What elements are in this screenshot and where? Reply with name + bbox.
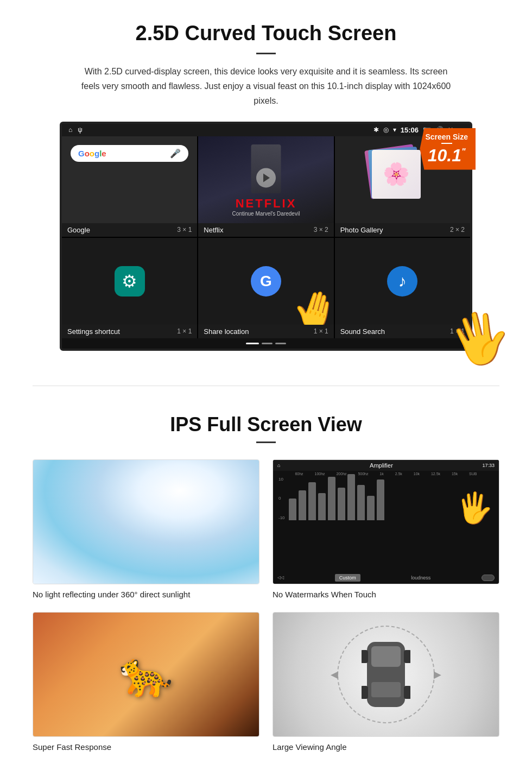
eq-bar[interactable]	[318, 493, 326, 520]
eq-bar[interactable]	[308, 482, 316, 520]
device-frame: ⌂ ψ ✱ ◎ ▾ 15:06 📷 🔊 ✕ ▭	[60, 122, 472, 351]
app-cell-google[interactable]: Google 🎤 Google 3 × 1	[62, 136, 197, 237]
amp-loudness-label: loudness	[411, 575, 430, 581]
amplifier-image: ⌂ Amplifier 17:33 60hz100hz200hz500hz1k2…	[273, 459, 499, 584]
netflix-cell-name: Netflix	[204, 226, 223, 234]
section-curved-touch-screen: 2.5D Curved Touch Screen With 2.5D curve…	[0, 0, 532, 369]
home-icon[interactable]: ⌂	[68, 126, 72, 134]
svg-rect-6	[404, 686, 410, 699]
car-image: ◀ ▶	[273, 612, 499, 737]
car-top-view	[362, 636, 410, 712]
app-grid: Google 🎤 Google 3 × 1	[62, 136, 470, 338]
status-bar: ⌂ ψ ✱ ◎ ▾ 15:06 📷 🔊 ✕ ▭	[62, 124, 470, 136]
sound-search-cell-name: Sound Search	[340, 327, 385, 336]
pagination-dot-1[interactable]	[246, 343, 259, 344]
svg-rect-3	[362, 650, 368, 663]
settings-cell-size: 1 × 1	[177, 327, 192, 335]
hand-pointer-icon: 🤚	[287, 283, 334, 325]
sunlight-label: No light reflecting under 360° direct su…	[33, 590, 259, 599]
eq-bar[interactable]	[289, 499, 296, 520]
amp-prev[interactable]: ◁◁	[277, 575, 284, 580]
status-left: ⌂ ψ	[68, 126, 83, 134]
pagination-dot-2[interactable]	[262, 343, 273, 344]
share-location-cell-size: 1 × 1	[314, 327, 328, 335]
sound-search-cell-size: 1 × 1	[450, 327, 465, 335]
location-icon: ◎	[383, 126, 389, 134]
feature-sunlight: No light reflecting under 360° direct su…	[33, 459, 259, 599]
app-cell-share-location[interactable]: G 🤚 Share location 1 × 1	[198, 238, 333, 338]
sunlight-image	[33, 459, 259, 584]
amp-home-icon: ⌂	[277, 463, 280, 468]
cheetah-icon: 🐆	[119, 649, 173, 700]
screen-size-badge: Screen Size 10.1"	[420, 128, 476, 170]
svg-rect-4	[362, 686, 368, 699]
right-arrow-icon: ▶	[434, 668, 441, 680]
amp-custom-btn[interactable]: Custom	[335, 574, 360, 582]
eq-bar[interactable]	[338, 488, 345, 520]
gear-icon: ⚙	[122, 271, 137, 292]
left-arrow-icon: ◀	[331, 668, 338, 680]
cheetah-image: 🐆	[33, 612, 259, 737]
badge-title: Screen Size	[425, 133, 468, 141]
svg-rect-5	[404, 650, 410, 663]
wifi-icon: ▾	[393, 126, 396, 134]
eq-bar[interactable]	[377, 480, 384, 520]
cheetah-label: Super Fast Response	[33, 742, 259, 752]
app-cell-sound-search[interactable]: ♪ Sound Search 1 × 1	[335, 238, 470, 338]
amp-title: Amplifier	[370, 462, 393, 469]
google-cell-size: 3 × 1	[177, 226, 192, 234]
google-maps-icon: G	[260, 273, 272, 290]
sound-search-icon: ♪	[387, 266, 417, 297]
section1-title: 2.5D Curved Touch Screen	[33, 22, 499, 45]
badge-size: 10.1"	[425, 146, 468, 166]
section2-underline	[256, 441, 276, 443]
google-cell-name: Google	[67, 226, 90, 234]
music-note-icon: ♪	[398, 272, 407, 291]
app-cell-netflix[interactable]: NETFLIX Continue Marvel's Daredevil Netf…	[198, 136, 333, 237]
touch-hand-amp-icon: 🖐	[456, 490, 493, 526]
eq-bar[interactable]	[357, 485, 365, 520]
netflix-cell-size: 3 × 2	[314, 226, 328, 234]
section-ips-full-screen: IPS Full Screen View No light reflecting…	[0, 402, 532, 757]
settings-icon: ⚙	[115, 266, 145, 297]
section2-title: IPS Full Screen View	[33, 413, 499, 436]
eq-bar[interactable]	[328, 477, 335, 520]
google-logo: Google	[78, 149, 106, 158]
pagination-dot-3[interactable]	[275, 343, 286, 344]
usb-icon: ψ	[78, 126, 83, 134]
svg-rect-1	[371, 646, 401, 667]
eq-bar[interactable]	[347, 474, 355, 520]
feature-amplifier: ⌂ Amplifier 17:33 60hz100hz200hz500hz1k2…	[273, 459, 499, 599]
badge-underline	[441, 143, 452, 144]
feature-cheetah: 🐆 Super Fast Response	[33, 612, 259, 752]
car-circle: ◀ ▶	[337, 626, 435, 723]
amplifier-label: No Watermarks When Touch	[273, 590, 499, 599]
photo-gallery-cell-name: Photo Gallery	[340, 226, 383, 234]
eq-bar[interactable]	[367, 496, 375, 520]
pagination	[62, 338, 470, 349]
netflix-logo: NETFLIX	[205, 197, 327, 211]
section-divider	[33, 386, 499, 386]
time-display: 15:06	[401, 126, 419, 134]
app-cell-settings[interactable]: ⚙ Settings shortcut 1 × 1	[62, 238, 197, 338]
google-mic-icon[interactable]: 🎤	[170, 148, 181, 159]
amp-time: 17:33	[482, 463, 495, 468]
svg-rect-2	[371, 682, 401, 697]
share-location-cell-name: Share location	[204, 327, 249, 336]
amp-toggle[interactable]	[482, 575, 495, 581]
eq-bar[interactable]	[299, 490, 306, 520]
photo-gallery-cell-size: 2 × 2	[450, 226, 465, 234]
device-mockup: Screen Size 10.1" ⌂ ψ ✱ ◎ ▾ 15:06 📷 🔊	[60, 122, 472, 351]
netflix-subtitle: Continue Marvel's Daredevil	[205, 211, 327, 217]
bluetooth-icon: ✱	[373, 126, 379, 134]
feature-grid: No light reflecting under 360° direct su…	[33, 459, 499, 752]
section1-description: With 2.5D curved-display screen, this de…	[76, 64, 456, 109]
car-label: Large Viewing Angle	[273, 742, 499, 752]
feature-car: ◀ ▶ Large Viewing Angle	[273, 612, 499, 752]
title-underline	[256, 53, 276, 54]
settings-cell-name: Settings shortcut	[67, 327, 120, 336]
google-search-bar[interactable]: Google 🎤	[71, 145, 188, 162]
